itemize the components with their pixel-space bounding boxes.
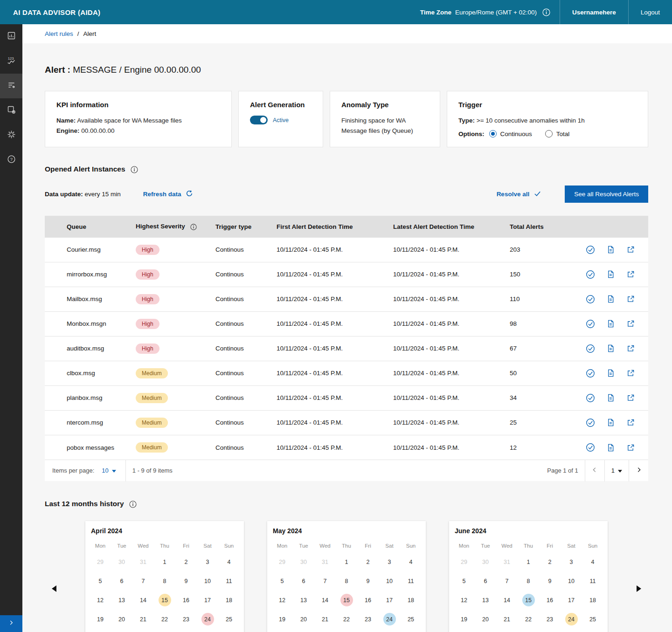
calendar-day[interactable]: 15 (336, 591, 357, 610)
open-external-icon[interactable] (626, 418, 635, 427)
trigger-type-cell: Continous (215, 435, 277, 460)
caret-down-icon (618, 467, 622, 474)
report-document-icon[interactable] (606, 443, 615, 452)
first-detection-cell: 10/11/2024 - 01:45 P.M. (277, 385, 393, 410)
sidebar-item-help[interactable]: ? (0, 148, 22, 172)
severity-badge: High (136, 343, 159, 354)
breadcrumb-current: Alert (83, 30, 97, 37)
sidebar-item-alert-rules[interactable] (0, 74, 22, 98)
resolve-row-icon[interactable] (586, 443, 595, 452)
resolve-row-icon[interactable] (586, 245, 595, 254)
report-document-icon[interactable] (606, 319, 615, 328)
calendar-day[interactable]: 15 (154, 591, 175, 610)
alert-instances-table: Queue Highest Severity Trigger type Firs… (45, 216, 648, 460)
chevron-right-icon (8, 619, 14, 628)
sidebar-item-configuration[interactable] (0, 98, 22, 123)
calendar-day[interactable]: 24 (379, 610, 400, 629)
severity-info-icon[interactable] (190, 223, 197, 230)
see-resolved-alerts-button[interactable]: See all Resolved Alerts (565, 185, 648, 203)
calendar-day: 9 (357, 571, 379, 591)
sidebar-expand-button[interactable] (0, 615, 22, 632)
open-external-icon[interactable] (626, 393, 635, 402)
opened-alerts-info-icon[interactable] (131, 165, 138, 173)
calendar-month-card: June 2024 MonTueWedThuFriSatSun 29303112… (449, 521, 608, 632)
alert-generation-toggle[interactable] (250, 116, 268, 124)
calendar-day[interactable]: 24 (197, 610, 218, 629)
report-document-icon[interactable] (606, 270, 615, 279)
column-trigger-type: Trigger type (215, 216, 277, 237)
resolve-row-icon[interactable] (586, 319, 595, 329)
total-alerts-cell: 12 (510, 435, 581, 460)
breadcrumb-link-alert-rules[interactable]: Alert rules (45, 30, 73, 37)
resolve-row-icon[interactable] (586, 270, 595, 279)
resolve-row-icon[interactable] (586, 344, 595, 353)
trigger-type-cell: Continous (215, 385, 277, 410)
calendar-prev-button[interactable] (45, 584, 63, 594)
calendar-weekday-row: MonTueWedThuFriSatSun (453, 543, 603, 549)
resolve-row-icon[interactable] (586, 369, 595, 378)
calendar-day[interactable]: 15 (518, 591, 539, 610)
history-info-icon[interactable] (129, 500, 137, 508)
calendar-day[interactable]: 24 (561, 610, 582, 629)
calendar-day: 3 (379, 552, 400, 571)
calendar-day: 29 (453, 552, 475, 571)
weekday-label: Sun (218, 543, 240, 549)
open-external-icon[interactable] (626, 270, 635, 279)
latest-detection-cell: 10/11/2024 - 01:45 P.M. (393, 385, 510, 410)
radio-continuous[interactable]: Continuous (489, 130, 532, 137)
refresh-data-link[interactable]: Refresh data (143, 190, 193, 199)
latest-detection-cell: 10/11/2024 - 01:45 P.M. (393, 336, 510, 361)
history-section: Last 12 months history April 2024 MonTue… (45, 500, 648, 632)
sidebar-item-settings[interactable] (0, 123, 22, 148)
caret-down-icon (112, 467, 116, 474)
report-document-icon[interactable] (606, 245, 615, 254)
calendar-day: 31 (496, 552, 518, 571)
open-external-icon[interactable] (626, 319, 635, 328)
kpi-name-line: Name: Available space for WA Message fil… (56, 116, 220, 126)
resolve-all-link[interactable]: Resolve all (497, 190, 542, 199)
report-document-icon[interactable] (606, 344, 615, 353)
radio-total-circle (545, 130, 553, 137)
report-document-icon[interactable] (606, 369, 615, 378)
queue-cell: ntercom.msg (45, 410, 136, 435)
refresh-icon (186, 190, 193, 199)
resolve-row-icon[interactable] (586, 418, 595, 427)
resolve-row-icon[interactable] (586, 295, 595, 304)
resolve-row-icon[interactable] (586, 393, 595, 403)
report-document-icon[interactable] (606, 295, 615, 303)
calendar-day: 22 (154, 610, 175, 629)
calendar-day: 14 (314, 591, 336, 610)
calendar-day: 23 (539, 610, 561, 629)
open-external-icon[interactable] (626, 245, 635, 254)
trigger-type-cell: Continous (215, 311, 277, 336)
calendar-day: 12 (453, 591, 475, 610)
calendar-day: 27 (293, 629, 314, 632)
calendar-day-grid: 2930311234567891011121314151617181920212… (90, 552, 240, 632)
previous-page-button[interactable] (585, 460, 604, 481)
report-document-icon[interactable] (606, 393, 615, 402)
items-per-page-select[interactable]: 10 (99, 467, 118, 474)
kpi-engine-line: Engine: 00.00.00.00 (56, 126, 220, 136)
open-external-icon[interactable] (626, 369, 635, 378)
total-alerts-cell: 203 (510, 237, 581, 262)
trigger-type-line: Type: >= 10 consecutive anomalies within… (458, 116, 637, 126)
logout-button[interactable]: Logout (629, 0, 672, 24)
weekday-label: Sat (197, 543, 218, 549)
radio-total[interactable]: Total (545, 130, 570, 137)
page-number-select[interactable]: 1 (604, 460, 629, 481)
sidebar-item-dashboard[interactable] (0, 24, 22, 49)
queue-cell: auditbox.msg (45, 336, 136, 361)
anomaly-type-title: Anomaly Type (341, 101, 429, 109)
calendar-day: 6 (475, 571, 496, 591)
page-of-text: Page 1 of 1 (547, 467, 578, 474)
report-document-icon[interactable] (606, 418, 615, 427)
calendar-next-button[interactable] (630, 584, 648, 594)
next-page-button[interactable] (629, 460, 648, 481)
timezone-info-icon[interactable] (542, 8, 550, 16)
queue-cell: clbox.msg (45, 361, 136, 385)
total-alerts-cell: 98 (510, 311, 581, 336)
open-external-icon[interactable] (626, 344, 635, 353)
open-external-icon[interactable] (626, 443, 635, 452)
open-external-icon[interactable] (626, 295, 635, 303)
sidebar-item-kpi[interactable]: 123 (0, 49, 22, 74)
